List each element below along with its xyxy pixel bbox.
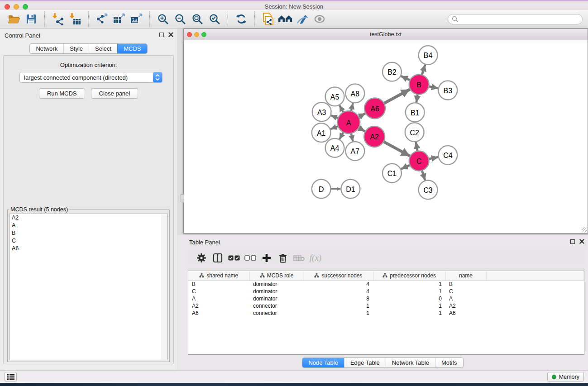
node-A4[interactable]: A4 — [325, 138, 344, 157]
function-builder-button[interactable]: f(x) — [307, 251, 324, 265]
import-network-button[interactable] — [51, 12, 65, 26]
tab-node-table[interactable]: Node Table — [302, 358, 344, 367]
node-A2[interactable]: A2 — [364, 126, 385, 147]
run-mcds-button[interactable]: Run MCDS — [39, 88, 85, 99]
list-scrollbar[interactable] — [162, 214, 167, 360]
destroy-table-button[interactable] — [291, 251, 307, 265]
table-cell[interactable]: A6 — [445, 310, 486, 317]
node-A6[interactable]: A6 — [364, 98, 385, 119]
edge-C-C1[interactable] — [401, 165, 411, 169]
tab-network-table[interactable]: Network Table — [386, 358, 435, 367]
table-cell[interactable]: B — [188, 281, 249, 288]
table-cell[interactable]: A6 — [188, 310, 249, 317]
table-cell[interactable]: A — [445, 295, 486, 302]
deselect-all-columns-button[interactable] — [242, 251, 258, 265]
result-list-item[interactable]: B — [10, 229, 167, 237]
first-neighbors-button[interactable] — [278, 12, 292, 26]
table-cell[interactable]: dominator — [249, 288, 304, 295]
tab-motifs[interactable]: Motifs — [435, 358, 463, 367]
node-B[interactable]: B — [409, 75, 429, 95]
table-row[interactable]: Bdominator41B — [188, 281, 584, 288]
network-canvas[interactable]: AA1A2A3A4A5A6A7A8BB1B2B3B4CC1C2C3C4DD1 — [184, 41, 587, 233]
export-table-button[interactable] — [112, 12, 126, 26]
zoom-in-button[interactable] — [156, 12, 170, 26]
export-image-button[interactable] — [129, 12, 143, 26]
memory-button[interactable]: Memory — [547, 372, 584, 381]
edge-C-C4[interactable] — [428, 157, 438, 159]
table-row[interactable]: A2connector11A2 — [188, 302, 584, 310]
column-header-predecessor-nodes[interactable]: predecessor nodes — [373, 271, 445, 281]
node-C1[interactable]: C1 — [382, 164, 402, 183]
tab-network[interactable]: Network — [30, 44, 63, 53]
node-A[interactable]: A — [338, 111, 360, 133]
tab-select[interactable]: Select — [89, 44, 117, 53]
hide-selected-button[interactable] — [295, 12, 310, 26]
result-list-item[interactable]: A2 — [10, 214, 167, 222]
table-cell[interactable]: A — [188, 295, 249, 302]
search-field[interactable] — [448, 14, 583, 24]
table-cell[interactable]: 8 — [304, 295, 373, 302]
table-cell[interactable]: C — [188, 288, 249, 295]
select-all-columns-button[interactable] — [226, 251, 242, 265]
column-header-successor-nodes[interactable]: successor nodes — [304, 271, 373, 281]
table-cell[interactable]: A2 — [445, 302, 486, 310]
table-cell[interactable]: 1 — [373, 281, 445, 288]
panel-divider-grip[interactable] — [181, 194, 184, 202]
edge-B-B4[interactable] — [422, 65, 425, 76]
export-network-button[interactable] — [95, 12, 109, 26]
node-A8[interactable]: A8 — [345, 84, 364, 103]
table-settings-button[interactable] — [193, 251, 210, 265]
tab-mcds[interactable]: MCDS — [117, 44, 147, 53]
refresh-button[interactable] — [234, 12, 249, 26]
table-cell[interactable]: A2 — [188, 302, 249, 310]
node-A5[interactable]: A5 — [325, 87, 344, 106]
node-C2[interactable]: C2 — [405, 123, 424, 142]
show-all-button[interactable] — [312, 12, 327, 26]
zoom-selected-button[interactable] — [207, 12, 222, 26]
search-input[interactable] — [460, 16, 578, 22]
table-cell[interactable]: C — [445, 288, 486, 295]
node-A1[interactable]: A1 — [312, 123, 331, 142]
table-split-view-button[interactable] — [210, 251, 226, 265]
edge-B-B3[interactable] — [428, 86, 438, 89]
node-A3[interactable]: A3 — [312, 102, 331, 121]
open-session-button[interactable] — [7, 12, 21, 26]
zoom-fit-button[interactable] — [190, 12, 205, 26]
zoom-out-button[interactable] — [173, 12, 187, 26]
edge-C-C3[interactable] — [422, 170, 425, 181]
result-list-item[interactable]: A — [10, 222, 167, 229]
table-cell[interactable]: dominator — [249, 295, 304, 302]
table-cell[interactable]: 1 — [304, 302, 373, 310]
network-window-titlebar[interactable]: testGlobe.txt — [184, 29, 588, 40]
close-panel-icon[interactable] — [168, 32, 173, 37]
table-row[interactable]: Adominator80A — [188, 295, 584, 302]
table-cell[interactable]: 0 — [373, 295, 445, 302]
edge-A6-B[interactable] — [383, 89, 410, 104]
table-cell[interactable]: connector — [249, 310, 304, 317]
close-panel-icon[interactable] — [579, 239, 584, 244]
node-A7[interactable]: A7 — [345, 142, 364, 161]
tab-edge-table[interactable]: Edge Table — [344, 358, 386, 367]
column-header-shared-name[interactable]: shared name — [188, 271, 249, 281]
table-cell[interactable]: 1 — [304, 310, 373, 317]
criterion-dropdown[interactable]: largest connected component (directed) — [19, 72, 163, 83]
float-panel-icon[interactable] — [570, 239, 575, 244]
table-cell[interactable]: 4 — [304, 288, 373, 295]
table-cell[interactable]: 4 — [304, 281, 373, 288]
window-resize-handle[interactable] — [582, 227, 587, 233]
column-header-mcds-role[interactable]: MCDS role — [249, 271, 304, 281]
close-panel-button[interactable]: Close panel — [91, 88, 139, 99]
node-B3[interactable]: B3 — [438, 81, 457, 100]
node-C4[interactable]: C4 — [438, 146, 457, 165]
edge-C-C2[interactable] — [416, 142, 417, 152]
column-header-name[interactable]: name — [445, 271, 486, 281]
mcds-result-list[interactable]: A2ABCA6 — [9, 214, 168, 360]
node-table[interactable]: shared name MCDS role successor nodes pr… — [188, 271, 584, 355]
task-history-button[interactable] — [5, 372, 17, 381]
edge-A2-C[interactable] — [382, 141, 410, 156]
delete-columns-button[interactable] — [275, 251, 291, 265]
result-list-item[interactable]: A6 — [10, 245, 167, 253]
clone-network-button[interactable] — [261, 12, 275, 26]
import-table-button[interactable] — [68, 12, 82, 26]
node-B4[interactable]: B4 — [419, 46, 438, 65]
